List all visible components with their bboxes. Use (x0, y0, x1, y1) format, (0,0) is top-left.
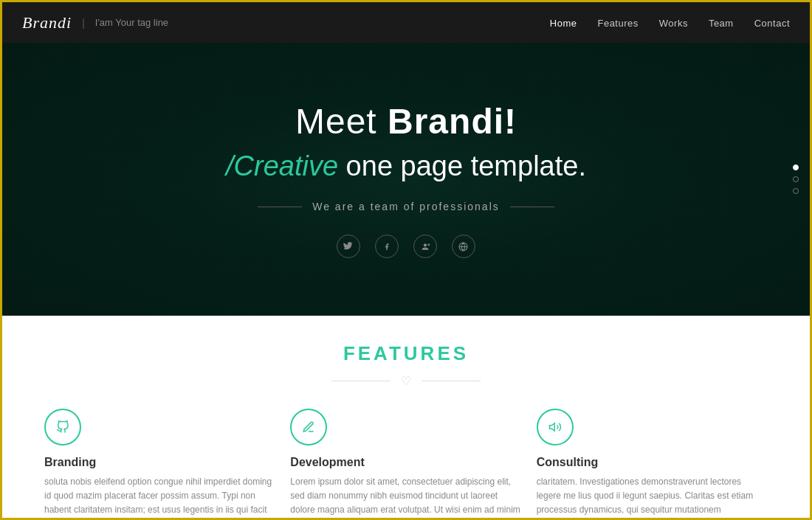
features-grid: Branding soluta nobis eleifend option co… (44, 409, 768, 520)
navbar: Brandi | I'am Your tag line Home Feature… (0, 0, 812, 43)
nav-link-team[interactable]: Team (709, 18, 734, 29)
consulting-title: Consulting (537, 456, 768, 469)
nav-item-team[interactable]: Team (709, 16, 734, 30)
nav-item-works[interactable]: Works (659, 16, 688, 30)
nav-link-contact[interactable]: Contact (754, 18, 790, 29)
dot-3[interactable] (793, 188, 799, 194)
facebook-icon[interactable] (375, 235, 399, 258)
nav-divider: | (82, 17, 85, 29)
hero-accent: /Creative (226, 150, 338, 181)
nav-link-features[interactable]: Features (597, 18, 638, 29)
development-title: Development (290, 456, 521, 469)
hero-content: Meet Brandi! /Creative one page template… (226, 100, 586, 259)
features-section: FEATURES ♡ Branding soluta nobis eleifen… (0, 316, 812, 520)
development-text: Lorem ipsum dolor sit amet, consectetuer… (290, 475, 521, 518)
nav-link-works[interactable]: Works (659, 18, 688, 29)
svg-marker-2 (549, 423, 554, 431)
dot-1[interactable] (793, 164, 799, 170)
brand-logo[interactable]: Brandi (22, 13, 72, 32)
twitter-icon[interactable] (337, 235, 360, 258)
consulting-text: claritatem. Investigationes demonstraver… (537, 475, 768, 520)
development-icon (290, 409, 327, 446)
branding-title: Branding (44, 456, 275, 469)
hero-section: Meet Brandi! /Creative one page template… (0, 43, 812, 316)
hero-title-prefix: Meet (295, 102, 388, 141)
feature-development: Development Lorem ipsum dolor sit amet, … (290, 409, 521, 520)
heart-icon: ♡ (401, 374, 411, 388)
nav-item-home[interactable]: Home (550, 16, 577, 30)
hero-subtitle-rest: one page template. (338, 150, 586, 181)
hero-title-brand: Brandi! (388, 102, 517, 141)
hero-tagline-text: We are a team of professionals (312, 201, 500, 212)
feature-branding: Branding soluta nobis eleifend option co… (44, 409, 275, 520)
nav-links: Home Features Works Team Contact (550, 16, 790, 30)
globe-icon[interactable] (452, 235, 475, 258)
hero-social (226, 235, 586, 258)
hero-subtitle: /Creative one page template. (226, 148, 586, 184)
features-divider: ♡ (44, 371, 768, 388)
google-plus-icon[interactable] (413, 235, 437, 258)
hero-dots (793, 164, 799, 194)
nav-item-features[interactable]: Features (597, 16, 638, 30)
hero-tagline: We are a team of professionals (226, 201, 586, 212)
nav-tagline: I'am Your tag line (95, 17, 168, 28)
nav-link-home[interactable]: Home (550, 18, 577, 29)
hero-title: Meet Brandi! (226, 100, 586, 143)
features-title: FEATURES (44, 342, 768, 365)
nav-item-contact[interactable]: Contact (754, 16, 790, 30)
feature-consulting: Consulting claritatem. Investigationes d… (537, 409, 768, 520)
branding-text: soluta nobis eleifend option congue nihi… (44, 475, 275, 520)
branding-icon (44, 409, 81, 446)
dot-2[interactable] (793, 176, 799, 182)
consulting-icon (537, 409, 574, 446)
